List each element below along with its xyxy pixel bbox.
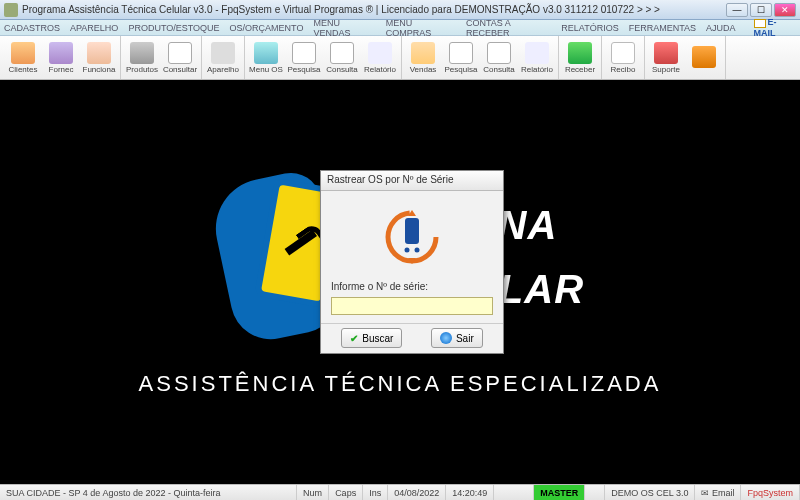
i-consult-icon: [487, 42, 511, 64]
exit-icon: [440, 332, 452, 344]
menu-produto-estoque[interactable]: PRODUTO/ESTOQUE: [128, 23, 219, 33]
maximize-button[interactable]: ☐: [750, 3, 772, 17]
minimize-button[interactable]: —: [726, 3, 748, 17]
svg-point-2: [405, 248, 410, 253]
toolbar-menu os[interactable]: Menu OS: [247, 36, 285, 79]
menu-menu-vendas[interactable]: MENU VENDAS: [313, 18, 375, 38]
menu-menu-compras[interactable]: MENU COMPRAS: [386, 18, 456, 38]
status-caps: Caps: [329, 485, 363, 500]
i-fornec-icon: [49, 42, 73, 64]
mail-icon: ✉: [701, 488, 709, 498]
toolbar-receber[interactable]: Receber: [561, 36, 599, 79]
toolbar-group: VendasPesquisaConsultaRelatório: [402, 36, 559, 79]
toolbar-label: Consultar: [163, 65, 197, 74]
toolbar-label: Consulta: [326, 65, 358, 74]
check-icon: ✔: [350, 333, 358, 344]
i-func-icon: [87, 42, 111, 64]
toolbar-vendas[interactable]: Vendas: [404, 36, 442, 79]
i-menuos-icon: [254, 42, 278, 64]
sair-button[interactable]: Sair: [431, 328, 483, 348]
status-date: 04/08/2022: [388, 485, 446, 500]
wrench-icon: [275, 218, 325, 268]
toolbar-label: Menu OS: [249, 65, 283, 74]
window-title: Programa Assistência Técnica Celular v3.…: [22, 4, 726, 15]
toolbar-recibo[interactable]: Recibo: [604, 36, 642, 79]
i-aparelho-icon: [211, 42, 235, 64]
dialog-illustration: [372, 201, 452, 273]
toolbar-label: Funciona: [83, 65, 116, 74]
menu-bar: CADASTROSAPARELHOPRODUTO/ESTOQUEOS/ORÇAM…: [0, 20, 800, 36]
toolbar-label: Produtos: [126, 65, 158, 74]
i-rel-icon: [368, 42, 392, 64]
toolbar-label: Pesquisa: [445, 65, 478, 74]
toolbar-label: Fornec: [49, 65, 74, 74]
toolbar-consulta[interactable]: Consulta: [480, 36, 518, 79]
i-sup-icon: [654, 42, 678, 64]
status-user: MASTER: [534, 485, 585, 500]
menu-email[interactable]: E-MAIL: [754, 17, 796, 37]
close-button[interactable]: ✕: [774, 3, 796, 17]
toolbar-plugin[interactable]: [685, 36, 723, 79]
toolbar-pesquisa[interactable]: Pesquisa: [285, 36, 323, 79]
toolbar-produtos[interactable]: Produtos: [123, 36, 161, 79]
menu-relat-rios[interactable]: RELATÓRIOS: [561, 23, 618, 33]
toolbar-label: Receber: [565, 65, 595, 74]
dialog-title: Rastrear OS por Nº de Série: [321, 171, 503, 191]
toolbar-label: Consulta: [483, 65, 515, 74]
toolbar-clientes[interactable]: Clientes: [4, 36, 42, 79]
buscar-button[interactable]: ✔Buscar: [341, 328, 402, 348]
i-clientes-icon: [11, 42, 35, 64]
status-gap: [585, 485, 605, 500]
menu-os-or-amento[interactable]: OS/ORÇAMENTO: [230, 23, 304, 33]
main-toolbar: ClientesFornecFuncionaProdutosConsultarA…: [0, 36, 800, 80]
toolbar-group: Menu OSPesquisaConsultaRelatório: [245, 36, 402, 79]
status-num: Num: [297, 485, 329, 500]
status-location: SUA CIDADE - SP 4 de Agosto de 2022 - Qu…: [0, 485, 297, 500]
serial-input[interactable]: [331, 297, 493, 315]
email-icon: [754, 19, 766, 28]
svg-point-3: [415, 248, 420, 253]
toolbar-label: Pesquisa: [288, 65, 321, 74]
app-icon: [4, 3, 18, 17]
status-demo: DEMO OS CEL 3.0: [605, 485, 695, 500]
window-controls: — ☐ ✕: [726, 3, 796, 17]
toolbar-group: ProdutosConsultar: [121, 36, 202, 79]
toolbar-group: Receber: [559, 36, 602, 79]
toolbar-suporte[interactable]: Suporte: [647, 36, 685, 79]
toolbar-consulta[interactable]: Consulta: [323, 36, 361, 79]
i-consult-icon: [330, 42, 354, 64]
toolbar-relatório[interactable]: Relatório: [361, 36, 399, 79]
menu-contas-a-receber[interactable]: CONTAS A RECEBER: [466, 18, 551, 38]
toolbar-label: Suporte: [652, 65, 680, 74]
toolbar-fornec[interactable]: Fornec: [42, 36, 80, 79]
status-ins: Ins: [363, 485, 388, 500]
toolbar-pesquisa[interactable]: Pesquisa: [442, 36, 480, 79]
toolbar-label: Recibo: [611, 65, 636, 74]
menu-cadastros[interactable]: CADASTROS: [4, 23, 60, 33]
toolbar-group: Suporte: [645, 36, 726, 79]
status-brand: FpqSystem: [741, 485, 800, 500]
i-pesq-icon: [292, 42, 316, 64]
toolbar-group: ClientesFornecFunciona: [2, 36, 121, 79]
status-email[interactable]: ✉ Email: [695, 485, 741, 500]
toolbar-funciona[interactable]: Funciona: [80, 36, 118, 79]
serial-label: Informe o Nº de série:: [331, 281, 493, 292]
status-bar: SUA CIDADE - SP 4 de Agosto de 2022 - Qu…: [0, 484, 800, 500]
status-time: 14:20:49: [446, 485, 494, 500]
toolbar-aparelho[interactable]: Aparelho: [204, 36, 242, 79]
menu-ajuda[interactable]: AJUDA: [706, 23, 736, 33]
toolbar-consultar[interactable]: Consultar: [161, 36, 199, 79]
toolbar-relatório[interactable]: Relatório: [518, 36, 556, 79]
i-rel-icon: [525, 42, 549, 64]
i-plug-icon: [692, 46, 716, 68]
toolbar-label: Aparelho: [207, 65, 239, 74]
menu-ferramentas[interactable]: FERRAMENTAS: [629, 23, 696, 33]
toolbar-label: Relatório: [521, 65, 553, 74]
toolbar-group: Recibo: [602, 36, 645, 79]
i-consult-icon: [168, 42, 192, 64]
svg-rect-1: [405, 218, 419, 244]
menu-aparelho[interactable]: APARELHO: [70, 23, 118, 33]
search-serial-dialog: Rastrear OS por Nº de Série Informe o Nº…: [320, 170, 504, 354]
toolbar-group: Aparelho: [202, 36, 245, 79]
toolbar-label: Clientes: [9, 65, 38, 74]
